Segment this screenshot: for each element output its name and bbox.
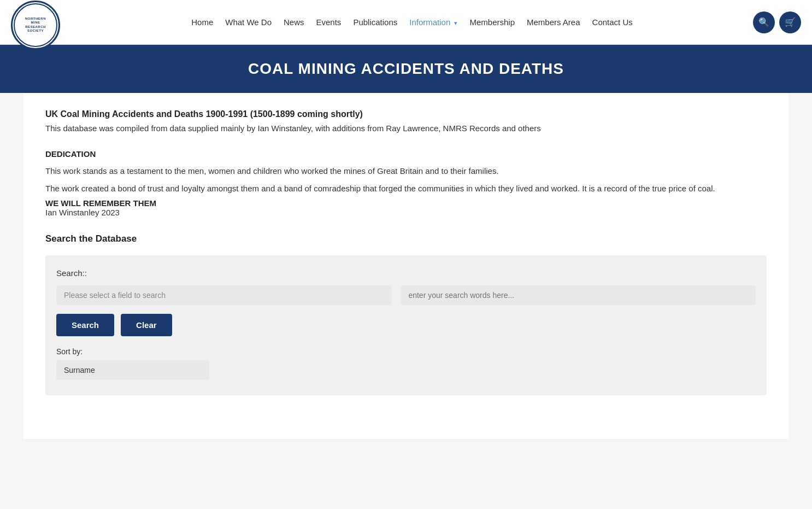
search-section-heading: Search the Database (45, 233, 767, 244)
dedication-remember: WE WILL REMEMBER THEM (45, 198, 767, 208)
subtitle: UK Coal Mining Accidents and Deaths 1900… (45, 109, 767, 119)
nav-icon-group: 🔍 🛒 (753, 11, 801, 33)
field-select[interactable]: Please select a field to search (56, 285, 392, 305)
search-inputs-row: Please select a field to search (56, 285, 756, 305)
nav-events[interactable]: Events (312, 14, 346, 30)
search-label: Search:: (56, 268, 756, 278)
search-submit-button[interactable]: Search (56, 314, 114, 336)
search-buttons-row: Search Clear (56, 314, 756, 336)
description: This database was compiled from data sup… (45, 124, 767, 133)
nav-membership[interactable]: Membership (465, 14, 519, 30)
dedication-author: Ian Winstanley 2023 (45, 208, 767, 217)
dedication-heading: DEDICATION (45, 149, 767, 159)
nav-members-area[interactable]: Members Area (522, 14, 585, 30)
search-button[interactable]: 🔍 (753, 11, 775, 33)
page-title: COAL MINING ACCIDENTS AND DEATHS (11, 60, 801, 78)
search-form: Search:: Please select a field to search… (45, 255, 767, 395)
main-content: UK Coal Mining Accidents and Deaths 1900… (23, 93, 789, 439)
nav-news[interactable]: News (279, 14, 309, 30)
sort-label: Sort by: (56, 347, 756, 356)
header: NORTHERNMINERESEARCHSOCIETY Home What We… (0, 0, 812, 45)
nav-home[interactable]: Home (187, 14, 217, 30)
cart-icon: 🛒 (785, 17, 796, 27)
sort-select[interactable]: Surname (56, 360, 209, 380)
main-nav: Home What We Do News Events Publications… (71, 14, 753, 30)
logo[interactable]: NORTHERNMINERESEARCHSOCIETY (11, 0, 60, 47)
dedication-line2: The work created a bond of trust and loy… (45, 182, 767, 196)
logo-text: NORTHERNMINERESEARCHSOCIETY (25, 17, 46, 33)
nav-information[interactable]: Information ▾ (405, 14, 462, 30)
chevron-down-icon: ▾ (454, 20, 457, 26)
cart-button[interactable]: 🛒 (779, 11, 801, 33)
nav-publications[interactable]: Publications (349, 14, 402, 30)
keyword-input[interactable] (401, 285, 756, 305)
nav-contact-us[interactable]: Contact Us (588, 14, 637, 30)
page-banner: COAL MINING ACCIDENTS AND DEATHS (0, 45, 812, 93)
clear-button[interactable]: Clear (121, 314, 172, 336)
nav-what-we-do[interactable]: What We Do (221, 14, 276, 30)
dedication-line1: This work stands as a testament to the m… (45, 164, 767, 178)
search-icon: 🔍 (758, 17, 769, 27)
